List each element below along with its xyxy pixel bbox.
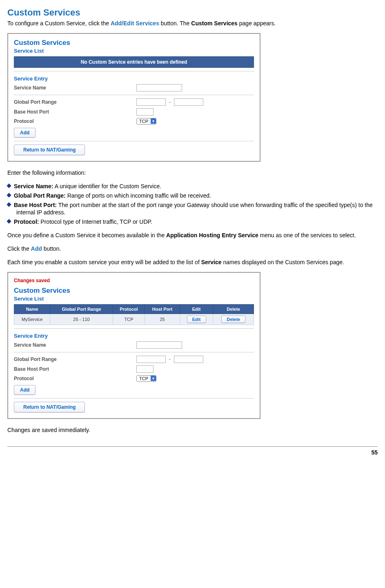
cell-protocol: TCP — [113, 314, 145, 325]
b2-text: Range of ports on which incoming traffic… — [66, 192, 211, 199]
each-pre: Each time you enable a custom service yo… — [7, 259, 201, 265]
col-delete: Delete — [213, 304, 254, 314]
base-host-port-input[interactable] — [136, 365, 154, 373]
each-paragraph: Each time you enable a custom service yo… — [7, 258, 378, 266]
page-footer: 55 — [7, 446, 378, 456]
protocol-value: TCP — [137, 376, 151, 381]
service-entry-label: Service Entry — [14, 76, 254, 82]
list-item: Protocol: Protocol type of Internet traf… — [7, 218, 378, 226]
panel-title: Custom Services — [14, 287, 254, 295]
base-host-port-input[interactable] — [136, 108, 154, 116]
port-range-start-input[interactable] — [136, 356, 166, 363]
click-post: button. — [42, 245, 61, 252]
protocol-select[interactable]: TCP ▾ — [136, 375, 156, 382]
b4-text: Protocol type of Internet traffic, TCP o… — [39, 218, 152, 225]
col-edit: Edit — [180, 304, 213, 314]
b2-label: Global Port Range: — [14, 192, 66, 199]
base-host-port-label: Base Host Port — [14, 109, 136, 115]
click-pre: Click the — [7, 245, 31, 252]
diamond-icon — [7, 183, 11, 188]
b1-text: A unique identifier for the Custom Servi… — [53, 183, 162, 189]
cell-range: 25 - 110 — [50, 314, 113, 325]
edit-button[interactable]: Edit — [187, 316, 206, 323]
empty-message: No Custom Service entries have been defi… — [14, 56, 254, 68]
intro-bold: Custom Services — [191, 20, 238, 27]
b1-label: Service Name: — [14, 183, 53, 189]
range-dash: - — [166, 99, 174, 105]
col-protocol: Protocol — [113, 304, 145, 314]
diamond-icon — [7, 202, 11, 207]
service-list-label: Service List — [14, 48, 254, 54]
global-port-range-label: Global Port Range — [14, 99, 136, 105]
click-paragraph: Click the Add button. — [7, 245, 378, 253]
once-bold: Application Hosting Entry Service — [166, 232, 258, 238]
return-button[interactable]: Return to NAT/Gaming — [14, 402, 85, 412]
once-paragraph: Once you define a Custom Service it beco… — [7, 232, 378, 239]
global-port-range-label: Global Port Range — [14, 356, 136, 362]
b3-label: Base Host Port: — [14, 202, 57, 208]
intro-mid: button. The — [159, 20, 191, 27]
add-button[interactable]: Add — [14, 385, 36, 395]
each-post: names displayed on the Custom Services p… — [222, 259, 344, 265]
return-button[interactable]: Return to NAT/Gaming — [14, 145, 85, 155]
list-item: Service Name: A unique identifier for th… — [7, 183, 378, 190]
cell-name: MyService — [14, 314, 50, 325]
page-number: 55 — [371, 449, 378, 456]
intro-post: page appears. — [238, 20, 276, 27]
service-entry-label: Service Entry — [14, 333, 254, 339]
add-link: Add — [31, 245, 42, 252]
changes-saved-text: Changes are saved immediately. — [7, 426, 378, 434]
protocol-select[interactable]: TCP ▾ — [136, 118, 156, 125]
col-range: Global Port Range — [50, 304, 113, 314]
cell-host: 25 — [145, 314, 180, 325]
chevron-down-icon: ▾ — [151, 376, 156, 381]
intro-pre: To configure a Custom Service, click the — [7, 20, 111, 27]
service-name-input[interactable] — [136, 341, 182, 349]
service-name-label: Service Name — [14, 85, 136, 91]
screenshot-populated: Changes saved Custom Services Service Li… — [7, 272, 260, 419]
service-table: Name Global Port Range Protocol Host Por… — [14, 304, 254, 325]
intro-paragraph: To configure a Custom Service, click the… — [7, 20, 378, 27]
base-host-port-label: Base Host Port — [14, 366, 136, 372]
diamond-icon — [7, 219, 11, 224]
page-title: Custom Services — [7, 7, 378, 18]
service-list-label: Service List — [14, 296, 254, 302]
protocol-label: Protocol — [14, 118, 136, 124]
enter-info: Enter the following information: — [7, 169, 378, 177]
col-host: Host Port — [145, 304, 180, 314]
once-post: menu as one of the services to select. — [258, 232, 356, 238]
bullet-list: Service Name: A unique identifier for th… — [7, 183, 378, 226]
changes-saved-msg: Changes saved — [14, 278, 254, 283]
port-range-end-input[interactable] — [174, 98, 203, 106]
list-item: Global Port Range: Range of ports on whi… — [7, 192, 378, 200]
diamond-icon — [7, 193, 11, 197]
each-bold: Service — [201, 259, 222, 265]
add-button[interactable]: Add — [14, 128, 36, 138]
service-name-input[interactable] — [136, 84, 182, 91]
col-name: Name — [14, 304, 50, 314]
screenshot-empty: Custom Services Service List No Custom S… — [7, 33, 260, 162]
table-row: MyService 25 - 110 TCP 25 Edit Delete — [14, 314, 254, 325]
delete-button[interactable]: Delete — [221, 316, 245, 323]
protocol-label: Protocol — [14, 376, 136, 381]
list-item: Base Host Port: The port number at the s… — [7, 201, 378, 217]
add-edit-services-link: Add/Edit Services — [111, 20, 159, 27]
protocol-value: TCP — [137, 118, 151, 124]
once-pre: Once you define a Custom Service it beco… — [7, 232, 166, 238]
b3-text: The port number at the start of the port… — [16, 202, 373, 216]
service-name-label: Service Name — [14, 342, 136, 348]
port-range-start-input[interactable] — [136, 98, 166, 106]
chevron-down-icon: ▾ — [151, 118, 156, 124]
range-dash: - — [166, 356, 174, 362]
b4-label: Protocol: — [14, 218, 39, 225]
panel-title: Custom Services — [14, 39, 254, 47]
port-range-end-input[interactable] — [174, 356, 203, 363]
